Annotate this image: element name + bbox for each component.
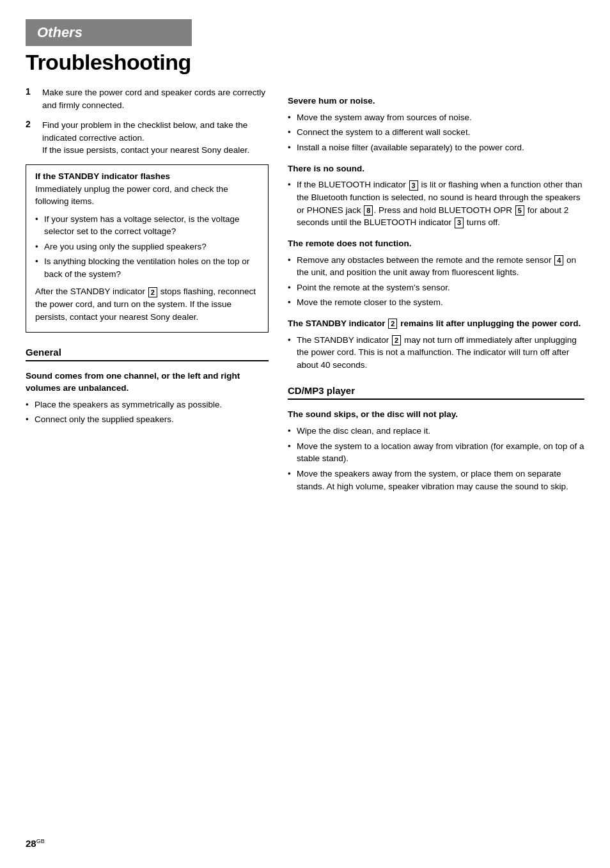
opr-5: 5 — [515, 205, 524, 216]
cd-section: CD/MP3 player The sound skips, or the di… — [288, 385, 584, 493]
severe-hum-bullets: Move the system away from sources of noi… — [288, 111, 584, 154]
severe-hum-bullet-3: Install a noise filter (available separa… — [288, 141, 584, 154]
standby-bullets: If your system has a voltage selector, i… — [35, 213, 259, 281]
step-1-number: 1 — [26, 86, 37, 111]
sound-imbalance-title: Sound comes from one channel, or the lef… — [26, 370, 269, 395]
standby-bullet-3: Is anything blocking the ventilation hol… — [35, 255, 259, 280]
sound-skips-title: The sound skips, or the disc will not pl… — [288, 409, 584, 421]
severe-hum-bullet-2: Connect the system to a different wall s… — [288, 126, 584, 139]
step-2: 2 Find your problem in the checklist bel… — [26, 119, 269, 157]
standby-box-title: If the STANDBY indicator flashes — [35, 171, 259, 181]
severe-hum-bullet-1: Move the system away from sources of noi… — [288, 111, 584, 124]
standby-bullet-2: Are you using only the supplied speakers… — [35, 241, 259, 253]
sound-imbalance-bullets: Place the speakers as symmetrically as p… — [26, 398, 269, 426]
phones-8: 8 — [364, 205, 373, 216]
general-section-header: General — [26, 347, 269, 361]
standby-indicator-2c: 2 — [392, 335, 401, 345]
sound-skips-bullet-1: Wipe the disc clean, and replace it. — [288, 425, 584, 438]
page-number: 28GB — [26, 838, 45, 849]
bt-indicator-3: 3 — [409, 180, 418, 191]
standby-indicator-2b: 2 — [388, 319, 397, 329]
right-column: Severe hum or noise. Move the system awa… — [288, 86, 584, 495]
sound-skips-bullets: Wipe the disc clean, and replace it. Mov… — [288, 425, 584, 493]
cd-section-header: CD/MP3 player — [288, 385, 584, 400]
no-sound-title: There is no sound. — [288, 163, 584, 175]
no-sound-bullets: If the BLUETOOTH indicator 3 is lit or f… — [288, 178, 584, 228]
standby-box-subtitle: Immediately unplug the power cord, and c… — [35, 184, 259, 208]
remote-bullet-2: Point the remote at the system's sensor. — [288, 281, 584, 294]
step-2-number: 2 — [26, 119, 37, 157]
standby-remains-bullets: The STANDBY indicator 2 may not turn off… — [288, 334, 584, 372]
step-1: 1 Make sure the power cord and speaker c… — [26, 86, 269, 111]
standby-bullet-1: If your system has a voltage selector, i… — [35, 213, 259, 238]
sensor-4: 4 — [554, 255, 563, 265]
sound-skips-bullet-2: Move the system to a location away from … — [288, 440, 584, 465]
remote-title: The remote does not function. — [288, 238, 584, 250]
remote-bullets: Remove any obstacles between the remote … — [288, 254, 584, 309]
standby-remains-title: The STANDBY indicator 2 remains lit afte… — [288, 318, 584, 330]
indicator-2a: 2 — [148, 287, 157, 297]
step-2-text: Find your problem in the checklist below… — [42, 119, 269, 157]
left-column: 1 Make sure the power cord and speaker c… — [26, 86, 269, 495]
step-1-text: Make sure the power cord and speaker cor… — [42, 86, 269, 111]
page-title: Troubleshooting — [26, 50, 584, 75]
remote-bullet-3: Move the remote closer to the system. — [288, 296, 584, 309]
sound-bullet-2: Connect only the supplied speakers. — [26, 413, 269, 426]
standby-box: If the STANDBY indicator flashes Immedia… — [26, 164, 269, 333]
others-header: Others — [26, 19, 192, 46]
sound-skips-bullet-3: Move the speakers away from the system, … — [288, 468, 584, 493]
bt-indicator-3b: 3 — [455, 217, 464, 228]
remote-bullet-1: Remove any obstacles between the remote … — [288, 254, 584, 279]
no-sound-bullet-1: If the BLUETOOTH indicator 3 is lit or f… — [288, 178, 584, 228]
standby-box-footer: After the STANDBY indicator 2 stops flas… — [35, 285, 259, 323]
severe-hum-title: Severe hum or noise. — [288, 95, 584, 107]
sound-bullet-1: Place the speakers as symmetrically as p… — [26, 398, 269, 411]
standby-remains-bullet-1: The STANDBY indicator 2 may not turn off… — [288, 334, 584, 372]
